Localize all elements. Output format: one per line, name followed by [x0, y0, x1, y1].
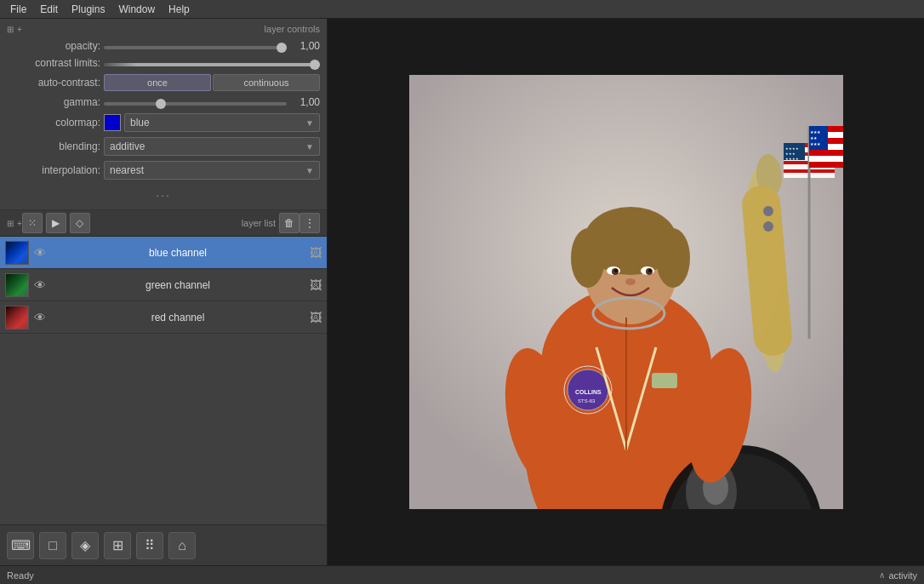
interpolation-row: interpolation: nearest ▼ — [0, 158, 327, 182]
layer-type-red-icon: 🖼 — [310, 311, 322, 324]
layer-list-tools: ⊞ + — [7, 219, 22, 228]
activity-arrow-icon: ∧ — [879, 570, 885, 580]
layer-rows: 👁 blue channel 🖼 👁 green channel 🖼 — [0, 237, 327, 524]
layer-visibility-red-icon[interactable]: 👁 — [34, 311, 46, 324]
svg-point-41 — [625, 278, 636, 285]
gamma-slider[interactable] — [104, 102, 287, 106]
layer-controls-header: ⊞ + layer controls — [0, 22, 327, 37]
svg-text:★★★★: ★★★★ — [785, 146, 799, 151]
colormap-label: colormap: — [7, 117, 100, 129]
status-ready: Ready — [7, 570, 34, 581]
gamma-value: 1,00 — [290, 96, 320, 108]
contrast-slider[interactable] — [104, 63, 320, 66]
svg-text:STS-63: STS-63 — [578, 398, 596, 404]
svg-point-39 — [614, 269, 618, 272]
menubar: File Edit Plugins Window Help — [0, 0, 924, 19]
layer-row-blue[interactable]: 👁 blue channel 🖼 — [0, 237, 327, 269]
layer-visibility-green-icon[interactable]: 👁 — [34, 278, 46, 292]
layer-list-header: ⊞ + ⁙ ▶ ◇ layer list 🗑 ⋮ — [0, 210, 327, 237]
layer-type-blue-icon: 🖼 — [310, 246, 322, 260]
auto-contrast-once-button[interactable]: once — [104, 74, 211, 91]
statusbar: Ready ∧ activity — [0, 565, 924, 584]
blending-arrow-icon: ▼ — [305, 142, 314, 152]
layer-controls-icons: ⊞ + — [7, 25, 22, 34]
delete-layer-button[interactable]: 🗑 — [279, 213, 299, 233]
layer-controls-title: layer controls — [22, 24, 320, 34]
activity-section[interactable]: ∧ activity — [879, 570, 917, 581]
grid-button[interactable]: ⊞ — [104, 532, 131, 559]
opacity-label: opacity: — [7, 40, 100, 52]
gamma-slider-container — [104, 96, 287, 108]
contrast-slider-container — [104, 57, 320, 69]
layer-thumbnail-green — [5, 273, 29, 297]
opacity-slider[interactable] — [104, 46, 287, 49]
menu-edit[interactable]: Edit — [33, 2, 65, 17]
more-button[interactable]: ... — [0, 182, 327, 203]
interpolation-arrow-icon: ▼ — [305, 166, 314, 175]
svg-rect-22 — [809, 156, 843, 162]
svg-text:★★: ★★ — [810, 135, 818, 140]
colormap-dropdown[interactable]: blue ▼ — [124, 113, 320, 132]
svg-point-34 — [656, 228, 690, 288]
interpolation-dropdown[interactable]: nearest ▼ — [104, 161, 320, 180]
svg-point-33 — [571, 228, 605, 288]
layer-visibility-blue-icon[interactable]: 👁 — [34, 246, 46, 260]
pin-icon[interactable]: ⊞ — [7, 25, 14, 34]
activity-label: activity — [888, 570, 917, 581]
svg-point-40 — [648, 269, 652, 272]
layer-name-blue: blue channel — [51, 247, 305, 259]
3d-view-button[interactable]: ◈ — [71, 532, 99, 559]
layer-row-green[interactable]: 👁 green channel 🖼 — [0, 269, 327, 301]
home-button[interactable]: ⌂ — [168, 532, 196, 559]
blending-value: additive — [110, 140, 145, 152]
bottom-toolbar: ⌨ □ ◈ ⊞ ⠿ ⌂ — [0, 524, 327, 565]
svg-text:COLLINS: COLLINS — [575, 389, 602, 395]
colormap-swatch[interactable] — [104, 114, 121, 131]
layer-name-red: red channel — [51, 312, 305, 323]
colormap-value: blue — [130, 117, 150, 129]
layer-menu-button[interactable]: ⋮ — [299, 213, 320, 233]
layer-type-green-icon: 🖼 — [310, 278, 322, 292]
layer-list-title: layer list — [90, 218, 276, 228]
svg-rect-21 — [809, 150, 843, 156]
interpolation-label: interpolation: — [7, 164, 100, 176]
svg-text:★★★: ★★★ — [810, 129, 821, 135]
colormap-row: colormap: blue ▼ — [0, 111, 327, 135]
layer-thumbnail-red — [5, 306, 29, 329]
points-tool-button[interactable]: ⁙ — [22, 213, 43, 233]
svg-rect-23 — [809, 162, 843, 168]
blending-dropdown[interactable]: additive ▼ — [104, 137, 320, 156]
gamma-row: gamma: 1,00 — [0, 94, 327, 111]
auto-contrast-row: auto-contrast: once continuous — [0, 72, 327, 94]
apps-button[interactable]: ⠿ — [136, 532, 163, 559]
auto-contrast-buttons: once continuous — [104, 74, 320, 91]
layer-name-green: green channel — [51, 279, 305, 291]
opacity-value: 1,00 — [290, 40, 320, 52]
layer-controls-section: ⊞ + layer controls opacity: 1,00 contras… — [0, 19, 327, 210]
layer-list-section: ⊞ + ⁙ ▶ ◇ layer list 🗑 ⋮ 👁 — [0, 210, 327, 524]
blending-row: blending: additive ▼ — [0, 135, 327, 158]
svg-point-6 — [763, 221, 773, 232]
contrast-limits-row: contrast limits: — [0, 54, 327, 72]
svg-rect-46 — [652, 373, 677, 388]
opacity-row: opacity: 1,00 — [0, 37, 327, 54]
menu-file[interactable]: File — [3, 2, 33, 17]
astronaut-image: ★★★★ ★★★ ★★★★ ★★★ ★★ ★★★ — [409, 75, 843, 509]
interpolation-value: nearest — [110, 164, 144, 176]
blending-label: blending: — [7, 140, 100, 152]
menu-help[interactable]: Help — [162, 2, 197, 17]
shapes-tool-button[interactable]: ▶ — [46, 213, 66, 233]
2d-view-button[interactable]: □ — [39, 532, 66, 559]
layer-row-red[interactable]: 👁 red channel 🖼 — [0, 301, 327, 334]
auto-contrast-continuous-button[interactable]: continuous — [213, 74, 320, 91]
menu-window[interactable]: Window — [111, 2, 162, 17]
menu-plugins[interactable]: Plugins — [65, 2, 111, 17]
layer-list-pin-icon[interactable]: ⊞ — [7, 219, 14, 228]
canvas-area[interactable]: ★★★★ ★★★ ★★★★ ★★★ ★★ ★★★ — [328, 19, 924, 565]
layer-thumbnail-blue — [5, 241, 29, 265]
opacity-slider-container — [104, 40, 287, 52]
console-button[interactable]: ⌨ — [7, 532, 34, 559]
labels-tool-button[interactable]: ◇ — [70, 213, 90, 233]
svg-text:★★★★: ★★★★ — [785, 157, 799, 161]
left-panel: ⊞ + layer controls opacity: 1,00 contras… — [0, 19, 328, 565]
